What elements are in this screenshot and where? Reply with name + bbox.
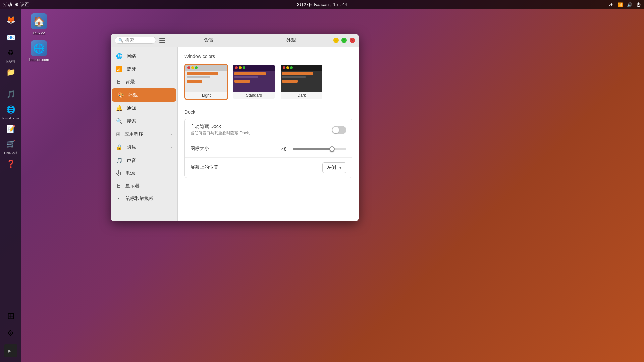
desktop-icon-linuxidc[interactable]: 🏠 linuxidc bbox=[27, 13, 51, 35]
main-content: Window colors bbox=[178, 47, 359, 221]
color-option-standard[interactable]: Standard bbox=[232, 64, 276, 100]
dock-bottom: ⊞ ⚙ ▶_ bbox=[3, 308, 19, 359]
slider-track[interactable] bbox=[293, 148, 346, 150]
toggle-knob bbox=[332, 127, 339, 133]
linuxidc-icon: 🏠 bbox=[31, 13, 47, 29]
light-row-1 bbox=[187, 72, 218, 75]
position-dropdown[interactable]: 左侧 ▼ bbox=[322, 162, 346, 173]
light-row-2 bbox=[187, 76, 210, 78]
sidebar-item-appearance[interactable]: 🎨 外观 bbox=[112, 88, 176, 102]
network-icon: 📶 bbox=[618, 2, 623, 7]
sidebar-item-mouse[interactable]: 🖱 鼠标和触摸板 bbox=[111, 192, 177, 205]
appstore-icon: 🛒 bbox=[4, 138, 17, 150]
settings-icon: ⚙ bbox=[4, 326, 17, 340]
dark-row-3 bbox=[282, 80, 298, 83]
dock: 🦊 📧 ♻ 回收站 📁 🎵 🌐 linuxidc.com 📝 🛒 Linux公社… bbox=[0, 9, 21, 362]
dock-item-grid[interactable]: ⊞ bbox=[3, 308, 19, 324]
dark-max-btn bbox=[290, 66, 293, 69]
auto-hide-info: 自动隐藏 Dock 当任何窗口与其重叠时隐藏 Dock。 bbox=[190, 124, 332, 136]
dock-item-rhythmbox[interactable]: 🎵 bbox=[3, 86, 19, 102]
light-label: Light bbox=[185, 92, 227, 99]
dark-min-btn bbox=[286, 66, 289, 69]
sound-label: 声音 bbox=[127, 158, 172, 164]
dock-icon-size-row: 图标大小 48 bbox=[185, 141, 352, 158]
linuxidc-com-desktop-icon: 🌐 bbox=[31, 40, 47, 56]
sidebar-item-display[interactable]: 🖥 显示器 bbox=[111, 180, 177, 192]
dock-item-settings[interactable]: ⚙ bbox=[3, 325, 19, 341]
light-row-3 bbox=[187, 80, 202, 83]
terminal-icon: ▶_ bbox=[4, 344, 17, 357]
sidebar-item-apps[interactable]: ⊞ 应用程序 › bbox=[111, 128, 177, 141]
apps-icon: ⊞ bbox=[116, 131, 120, 137]
sidebar-item-search[interactable]: 🔍 搜索 bbox=[111, 115, 177, 128]
position-info: 屏幕上的位置 bbox=[190, 164, 322, 171]
auto-hide-desc: 当任何窗口与其重叠时隐藏 Dock。 bbox=[190, 130, 332, 136]
hamburger-button[interactable] bbox=[159, 36, 167, 44]
volume-icon[interactable]: 🔊 bbox=[627, 2, 632, 7]
light-titlebar bbox=[185, 65, 227, 71]
position-value: 左侧 bbox=[327, 165, 336, 171]
dark-content bbox=[281, 71, 322, 92]
taskbar: 活动 ⚙ 设置 3月27日 Баасан，15：44 zh 📶 🔊 ⏻ bbox=[0, 0, 644, 9]
sidebar-item-bluetooth[interactable]: 📶 蓝牙 bbox=[111, 63, 177, 76]
sidebar-item-sound[interactable]: 🎵 声音 bbox=[111, 154, 177, 167]
appearance-label: 外观 bbox=[128, 92, 171, 98]
sidebar-item-background[interactable]: 🖥 背景 bbox=[111, 76, 177, 88]
icon-size-name: 图标大小 bbox=[190, 146, 281, 152]
maximize-button[interactable]: □ bbox=[341, 38, 347, 43]
activities-label[interactable]: 活动 bbox=[3, 2, 12, 8]
close-button[interactable]: ✕ bbox=[350, 38, 355, 43]
color-option-light[interactable]: Light bbox=[184, 64, 228, 100]
background-label: 背景 bbox=[125, 79, 172, 85]
linuxidc-com-label: linuxidc.com bbox=[2, 117, 19, 120]
minimize-button[interactable]: ─ bbox=[333, 38, 339, 43]
network-icon: 🌐 bbox=[116, 53, 123, 59]
dock-section-title: Dock bbox=[184, 109, 352, 115]
auto-hide-toggle[interactable] bbox=[332, 126, 346, 134]
notifications-label: 通知 bbox=[127, 105, 172, 111]
datetime-label: 3月27日 Баасан，15：44 bbox=[297, 2, 347, 7]
window-titlebar: 🔍 设置 外观 ─ □ ✕ bbox=[111, 34, 359, 47]
grid-icon: ⊞ bbox=[4, 309, 17, 322]
sound-icon: 🎵 bbox=[116, 157, 123, 164]
firefox-icon: 🦊 bbox=[4, 13, 17, 27]
appearance-icon: 🎨 bbox=[117, 92, 124, 98]
dock-item-linuxidc-com[interactable]: 🌐 linuxidc.com bbox=[3, 104, 19, 120]
dock-item-terminal[interactable]: ▶_ bbox=[3, 343, 19, 359]
dock-item-appstore[interactable]: 🛒 Linux公社 bbox=[3, 138, 19, 155]
position-control: 左侧 ▼ bbox=[322, 162, 346, 173]
help-icon: ❓ bbox=[4, 157, 17, 171]
dock-item-recycle[interactable]: ♻ 回收站 bbox=[3, 47, 19, 63]
dock-item-help[interactable]: ❓ bbox=[3, 156, 19, 172]
auto-hide-control bbox=[332, 126, 346, 134]
sidebar-item-privacy[interactable]: 🔒 隐私 › bbox=[111, 141, 177, 154]
dock-item-mail[interactable]: 📧 bbox=[3, 29, 19, 46]
dock-item-firefox[interactable]: 🦊 bbox=[3, 12, 19, 28]
sidebar-item-network[interactable]: 🌐 网络 bbox=[111, 50, 177, 63]
power-icon[interactable]: ⏻ bbox=[636, 2, 641, 7]
search-input[interactable] bbox=[125, 38, 152, 43]
bluetooth-icon: 📶 bbox=[116, 66, 123, 72]
bluetooth-label: 蓝牙 bbox=[127, 66, 172, 72]
slider-thumb[interactable] bbox=[329, 146, 335, 152]
lang-label[interactable]: zh bbox=[609, 2, 613, 7]
sidebar-item-power[interactable]: ⏻ 电源 bbox=[111, 167, 177, 180]
search-sidebar-icon: 🔍 bbox=[116, 118, 123, 124]
light-min-btn bbox=[191, 66, 194, 69]
dock-settings-box: 自动隐藏 Dock 当任何窗口与其重叠时隐藏 Dock。 图标大小 bbox=[184, 119, 352, 178]
desktop-icon-linuxidc-com[interactable]: 🌐 linuxidc.com bbox=[27, 40, 51, 62]
dock-item-folder[interactable]: 📁 bbox=[3, 64, 19, 80]
app-label: ⚙ 设置 bbox=[15, 2, 29, 8]
sidebar-item-notifications[interactable]: 🔔 通知 bbox=[111, 102, 177, 115]
dock-item-libreoffice[interactable]: 📝 bbox=[3, 121, 19, 137]
mouse-label: 鼠标和触摸板 bbox=[125, 196, 172, 202]
dark-titlebar bbox=[281, 65, 322, 71]
search-box[interactable]: 🔍 bbox=[115, 37, 156, 44]
privacy-label: 隐私 bbox=[127, 144, 167, 150]
auto-hide-name: 自动隐藏 Dock bbox=[190, 124, 332, 130]
color-option-dark[interactable]: Dark bbox=[280, 64, 323, 100]
light-preview bbox=[185, 65, 227, 92]
search-icon: 🔍 bbox=[118, 38, 123, 43]
window-body: 🌐 网络 📶 蓝牙 🖥 背景 🎨 外观 🔔 通知 🔍 搜索 bbox=[111, 47, 359, 221]
privacy-icon: 🔒 bbox=[116, 144, 123, 150]
